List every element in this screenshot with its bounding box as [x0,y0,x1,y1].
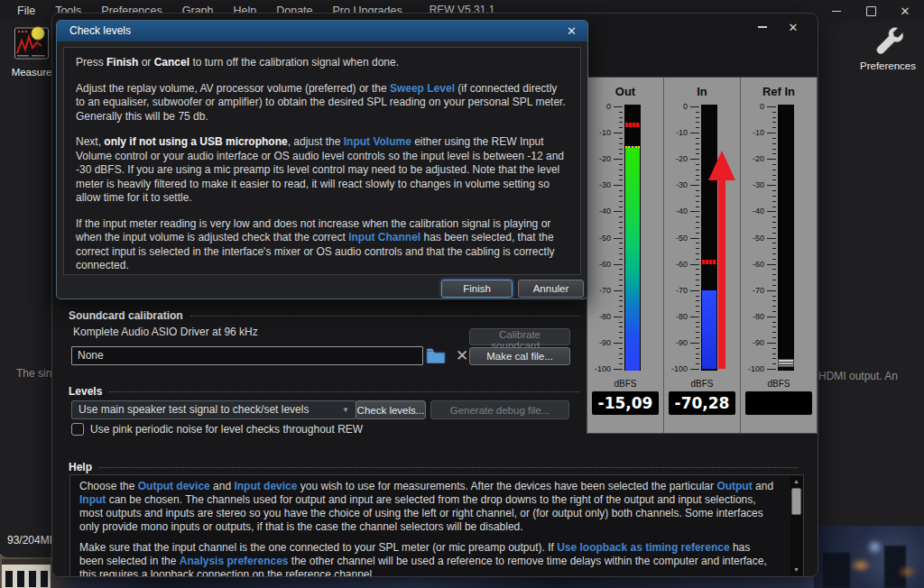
meter-tick [696,248,699,249]
wallpaper-light [870,542,880,552]
meter-tick [696,233,699,234]
help-panel: Choose the Output device and Input devic… [69,474,804,577]
meter-tick [696,253,699,254]
meter-tick [619,280,623,280]
help-link[interactable]: Input Channel [348,231,420,243]
meter-tick [696,280,699,280]
meter-tick [772,248,776,249]
help-link[interactable]: Input [79,493,106,506]
scroll-down-icon[interactable]: ▼ [790,565,802,575]
section-divider [109,391,580,392]
meter-tick-label: -10 [664,128,688,137]
meter-tick [696,363,699,364]
help-link[interactable]: Input device [234,480,297,492]
cal-file-input[interactable]: None [71,346,423,365]
maximize-icon[interactable] [854,0,888,23]
section-divider [190,316,580,317]
meter-tick-label: -80 [587,312,611,321]
close-icon[interactable]: ✕ [888,0,922,23]
meter-tick-label: -60 [741,260,764,269]
meter-tick [772,300,776,301]
meter-tick [696,201,699,202]
meter-tick [772,164,776,165]
meter-tick [696,153,699,154]
meter-tick [772,179,776,180]
meter-tick [619,274,623,275]
finish-button[interactable]: Finish [441,280,513,298]
prefs-minimize-icon[interactable] [747,17,778,37]
wallpaper-house-window [5,571,13,587]
check-levels-button[interactable]: Check levels... [356,400,426,419]
meter-tick [696,274,699,275]
pink-noise-checkbox[interactable] [71,423,84,436]
meter-tick-label: -80 [664,312,688,321]
meter-tick [772,354,776,354]
meter-tick-label: -40 [587,207,611,216]
meter-tick [619,253,623,254]
prefs-close-icon[interactable]: ✕ [778,17,808,37]
cancel-button[interactable]: Annuler [518,280,584,298]
meter-tick [619,259,623,260]
wallpaper-house-window [29,571,36,587]
test-signal-value: Use main speaker test signal to check/se… [79,403,309,416]
help-link[interactable]: Input Volume [344,135,411,148]
meter-tick [696,354,699,354]
meter-tick [696,179,699,180]
meter-tick [690,159,699,160]
meter-tick [690,238,699,239]
measure-icon [14,25,50,61]
meter-tick [619,243,623,243]
meter-tick [619,311,623,312]
generate-debug-button[interactable]: Generate debug file... [430,400,569,419]
meter-unit-label: dBFS [741,379,817,389]
meter-tick [767,185,776,186]
meter-tick [614,343,623,344]
meter-tick [696,326,699,327]
meter-tick [772,138,776,139]
make-cal-file-button[interactable]: Make cal file... [469,347,570,365]
background-text-right: HDMI output. An [818,370,898,382]
browse-cal-file-button[interactable] [424,346,448,365]
meter-tick [696,306,699,307]
help-link[interactable]: Output [716,480,752,492]
meter-tick [614,185,623,186]
scrollbar-thumb[interactable] [791,488,801,515]
help-link[interactable]: Output device [138,480,210,492]
meter-tick [696,216,699,217]
preferences-button[interactable]: Preferences [855,25,920,72]
meter-tick [619,207,623,207]
measure-label: Measure [5,67,58,78]
dialog-close-icon[interactable]: ✕ [567,21,577,41]
help-link[interactable]: Use loopback as timing reference [557,541,729,554]
scroll-up-icon[interactable]: ▲ [790,476,802,487]
measure-button[interactable]: Measure [5,25,58,79]
pink-noise-checkbox-row[interactable]: Use pink periodic noise for level checks… [71,423,363,436]
help-section-label: Help [69,461,92,473]
meter-bar-ref-in [778,105,794,371]
memory-status: 93/204MB [7,534,57,547]
meter-tick [696,348,699,349]
calibrate-soundcard-button[interactable]: Calibrate soundcard... [469,328,570,345]
meter-tick [619,117,623,118]
meter-tick [614,369,623,370]
chevron-down-icon: ▼ [342,401,349,418]
meter-tick [772,170,776,170]
meter-tick [619,175,623,176]
help-link[interactable]: Analysis preferences [180,555,289,567]
meter-tick [619,153,623,154]
wallpaper-building [823,553,850,588]
meter-tick [619,201,623,202]
meter-tick [772,201,776,202]
wallpaper-light [901,569,913,574]
help-link[interactable]: Sweep Level [390,82,455,95]
meter-tick [772,326,776,327]
meter-tick-label: -100 [741,364,764,373]
help-scrollbar[interactable]: ▲ ▼ [790,476,802,575]
menu-item-file[interactable]: File [7,0,45,23]
meter-tick [619,127,623,128]
test-signal-select[interactable]: Use main speaker test signal to check/se… [71,400,356,419]
meter-indicator-ref-in [778,359,794,367]
dialog-paragraph: Press Finish or Cancel to turn off the c… [76,56,568,70]
meter-tick [772,296,776,297]
minimize-icon[interactable] [819,0,854,23]
